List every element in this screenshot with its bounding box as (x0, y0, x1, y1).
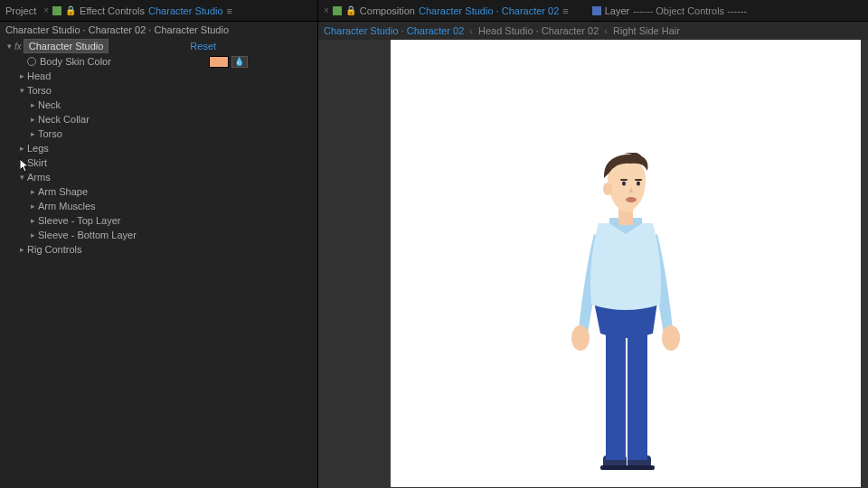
reset-button[interactable]: Reset (190, 41, 216, 52)
stopwatch-icon[interactable] (27, 57, 36, 66)
composition-canvas[interactable] (391, 40, 861, 487)
twirl-right-icon[interactable]: ▸ (27, 230, 38, 239)
prop-label: Body Skin Color (40, 56, 111, 67)
comp-breadcrumb: Character Studio · Character 02 ‹ Head S… (318, 22, 868, 40)
color-swatch[interactable] (209, 56, 229, 68)
prop-torso-inner[interactable]: ▸ Torso (0, 127, 317, 141)
fx-badge-icon[interactable]: fx (14, 42, 22, 52)
prop-sleeve-top[interactable]: ▸ Sleeve - Top Layer (0, 213, 317, 228)
layer-path: Character Studio · Character 02 · Charac… (0, 22, 317, 38)
twirl-right-icon[interactable]: ▸ (27, 216, 38, 225)
twirl-down-icon[interactable]: ▾ (16, 86, 27, 95)
prop-label: Sleeve - Top Layer (38, 215, 121, 226)
prop-label: Rig Controls (27, 244, 82, 255)
prop-label: Head (27, 70, 51, 81)
svg-rect-3 (626, 465, 655, 470)
prop-label: Torso (38, 128, 62, 139)
layer-indicator-icon (592, 6, 601, 15)
eyedropper-icon[interactable]: 💧 (231, 56, 248, 68)
active-indicator-icon (52, 6, 61, 15)
svg-point-14 (626, 197, 637, 202)
prop-legs[interactable]: ▸ Legs (0, 141, 317, 155)
prop-label: Arm Shape (38, 186, 88, 197)
twirl-right-icon[interactable]: ▸ (27, 115, 38, 124)
tab-layer[interactable]: Layer ------ Object Controls ------ (592, 5, 747, 16)
panel-menu-icon[interactable]: ≡ (562, 5, 568, 16)
close-icon[interactable]: × (43, 5, 49, 15)
left-tab-bar: Project × 🔒 Effect Controls Character St… (0, 0, 317, 22)
chevron-left-icon[interactable]: ‹ (604, 25, 608, 36)
tab-label: Layer (605, 5, 630, 16)
prop-label: Skirt (27, 157, 47, 168)
prop-label: Torso (27, 85, 52, 96)
close-icon[interactable]: × (324, 5, 329, 15)
prop-arms[interactable]: ▾ Arms (0, 170, 317, 184)
prop-neck-collar[interactable]: ▸ Neck Collar (0, 112, 317, 127)
twirl-down-icon[interactable]: ▾ (4, 42, 14, 51)
prop-label: Neck Collar (38, 114, 90, 125)
prop-head[interactable]: ▸ Head (0, 69, 317, 83)
twirl-right-icon[interactable]: ▸ (16, 71, 27, 80)
prop-sleeve-bottom[interactable]: ▸ Sleeve - Bottom Layer (0, 228, 317, 242)
prop-torso[interactable]: ▾ Torso (0, 83, 317, 98)
tab-comp-link[interactable]: Character Studio · Character 02 (419, 5, 559, 16)
tab-label: Effect Controls (80, 5, 145, 16)
svg-point-7 (662, 325, 680, 351)
effect-name[interactable]: Character Studio (24, 39, 109, 53)
prop-label: Arm Muscles (38, 201, 96, 211)
composition-viewport[interactable] (318, 40, 868, 488)
svg-rect-4 (606, 320, 626, 460)
breadcrumb-item[interactable]: Character Studio · Character 02 (324, 25, 464, 36)
breadcrumb-item[interactable]: Right Side Hair (613, 25, 680, 36)
prop-body-skin-color[interactable]: Body Skin Color 💧 (0, 54, 317, 69)
tab-label: Project (5, 5, 36, 16)
effect-controls-panel: Project × 🔒 Effect Controls Character St… (0, 0, 318, 488)
active-indicator-icon (333, 6, 342, 15)
prop-label: Sleeve - Bottom Layer (38, 230, 137, 240)
tab-layer-link[interactable]: Character Studio (148, 5, 223, 16)
twirl-right-icon[interactable]: ▸ (27, 129, 38, 138)
svg-point-10 (622, 182, 626, 186)
twirl-right-icon[interactable]: ▸ (27, 100, 38, 109)
svg-rect-2 (600, 465, 629, 470)
tab-project[interactable]: Project (5, 5, 36, 16)
svg-point-9 (603, 183, 612, 195)
tab-layer-name: ------ Object Controls ------ (633, 5, 747, 16)
prop-label: Legs (27, 143, 49, 154)
lock-icon[interactable]: 🔒 (65, 5, 76, 15)
svg-rect-5 (627, 320, 647, 460)
svg-rect-12 (620, 179, 627, 181)
prop-label: Arms (27, 172, 51, 183)
panel-menu-icon[interactable]: ≡ (227, 5, 232, 16)
prop-arm-shape[interactable]: ▸ Arm Shape (0, 184, 317, 199)
prop-neck[interactable]: ▸ Neck (0, 98, 317, 112)
character-preview (553, 153, 698, 478)
right-tab-bar: × 🔒 Composition Character Studio · Chara… (318, 0, 868, 22)
tab-label: Composition (360, 5, 415, 16)
prop-label: Neck (38, 99, 61, 110)
tab-composition[interactable]: 🔒 Composition Character Studio · Charact… (333, 5, 569, 16)
twirl-right-icon[interactable]: ▸ (27, 202, 38, 211)
svg-point-6 (571, 325, 590, 351)
tab-effect-controls[interactable]: 🔒 Effect Controls Character Studio ≡ (52, 5, 232, 16)
twirl-right-icon[interactable]: ▸ (16, 144, 27, 153)
twirl-right-icon[interactable]: ▸ (16, 158, 27, 167)
svg-rect-13 (635, 179, 642, 181)
twirl-right-icon[interactable]: ▸ (16, 245, 27, 254)
effect-header-row: ▾ fx Character Studio Reset (0, 38, 317, 54)
twirl-down-icon[interactable]: ▾ (16, 173, 27, 182)
chevron-left-icon[interactable]: ‹ (469, 25, 473, 36)
prop-rig-controls[interactable]: ▸ Rig Controls (0, 242, 317, 257)
prop-skirt[interactable]: ▸ Skirt (0, 155, 317, 170)
breadcrumb-item[interactable]: Head Studio · Character 02 (478, 25, 599, 36)
lock-icon[interactable]: 🔒 (345, 5, 356, 15)
twirl-right-icon[interactable]: ▸ (27, 187, 38, 196)
svg-point-11 (637, 182, 640, 186)
composition-panel: × 🔒 Composition Character Studio · Chara… (318, 0, 868, 488)
prop-arm-muscles[interactable]: ▸ Arm Muscles (0, 199, 317, 213)
